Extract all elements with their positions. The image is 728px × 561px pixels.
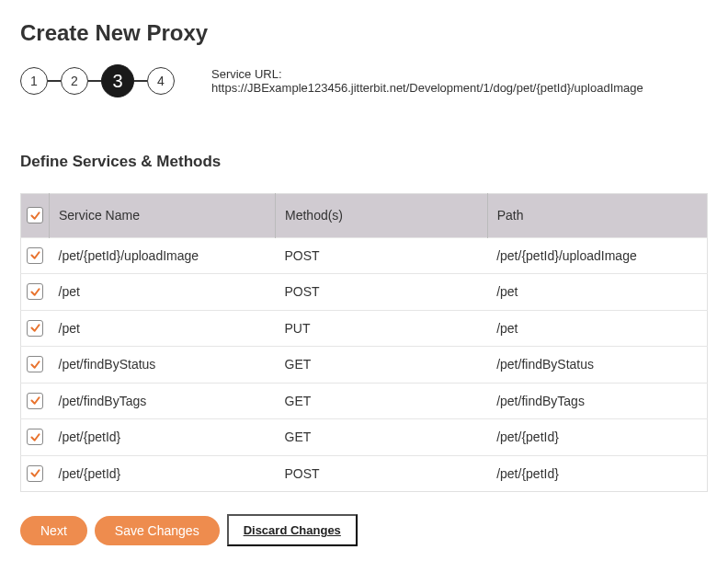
- cell-service-name: /pet: [50, 310, 276, 347]
- service-url: Service URL: https://JBExample123456.jit…: [211, 67, 708, 95]
- step-connector: [88, 80, 101, 82]
- cell-path: /pet: [487, 274, 707, 311]
- check-icon: [29, 322, 41, 334]
- row-checkbox[interactable]: [27, 320, 43, 337]
- header-method: Method(s): [276, 194, 488, 238]
- row-checkbox[interactable]: [27, 429, 43, 445]
- cell-service-name: /pet/findByStatus: [50, 347, 276, 384]
- discard-changes-button[interactable]: Discard Changes: [227, 514, 358, 546]
- row-checkbox[interactable]: [27, 283, 43, 300]
- table-row: /pet/{petId}POST/pet/{petId}: [21, 455, 708, 492]
- stepper: 1234: [20, 64, 175, 97]
- check-icon: [29, 395, 41, 406]
- row-checkbox[interactable]: [27, 393, 43, 409]
- cell-method: POST: [276, 455, 488, 492]
- step-connector: [134, 80, 147, 82]
- table-header-row: Service Name Method(s) Path: [21, 194, 708, 238]
- stepper-row: 1234 Service URL: https://JBExample12345…: [20, 64, 708, 97]
- row-checkbox-cell: [21, 347, 50, 384]
- cell-service-name: /pet/{petId}: [50, 419, 276, 456]
- cell-path: /pet/findByTags: [487, 383, 707, 419]
- table-row: /pet/{petId}GET/pet/{petId}: [21, 419, 708, 456]
- section-title: Define Services & Methods: [20, 153, 708, 171]
- cell-path: /pet/findByStatus: [487, 347, 707, 384]
- cell-method: PUT: [276, 310, 488, 347]
- table-row: /pet/findByTagsGET/pet/findByTags: [21, 383, 708, 419]
- check-icon: [29, 210, 41, 222]
- row-checkbox[interactable]: [27, 356, 43, 372]
- cell-method: GET: [276, 419, 488, 456]
- service-url-value: https://JBExample123456.jitterbit.net/De…: [211, 81, 643, 95]
- header-path: Path: [487, 194, 707, 238]
- save-changes-button[interactable]: Save Changes: [95, 516, 220, 545]
- row-checkbox[interactable]: [27, 465, 43, 482]
- row-checkbox-cell: [21, 455, 50, 492]
- cell-service-name: /pet: [50, 274, 276, 311]
- page-title: Create New Proxy: [20, 20, 708, 46]
- cell-service-name: /pet/findByTags: [50, 383, 276, 419]
- row-checkbox-cell: [21, 274, 50, 311]
- next-button[interactable]: Next: [20, 516, 87, 545]
- service-url-label: Service URL:: [211, 67, 282, 81]
- step-connector: [48, 80, 61, 82]
- cell-path: /pet/{petId}: [487, 455, 707, 492]
- step-2[interactable]: 2: [61, 67, 88, 95]
- services-table: Service Name Method(s) Path /pet/{petId}…: [20, 193, 708, 492]
- step-3[interactable]: 3: [101, 64, 134, 97]
- check-icon: [29, 249, 41, 261]
- cell-method: GET: [276, 383, 488, 419]
- table-row: /pet/findByStatusGET/pet/findByStatus: [21, 347, 708, 384]
- cell-method: GET: [276, 347, 488, 384]
- header-service-name: Service Name: [50, 194, 276, 238]
- check-icon: [29, 467, 41, 479]
- cell-path: /pet/{petId}/uploadImage: [487, 237, 707, 274]
- table-row: /petPUT/pet: [21, 310, 708, 347]
- step-4[interactable]: 4: [147, 67, 175, 95]
- cell-service-name: /pet/{petId}: [50, 455, 276, 492]
- cell-method: POST: [276, 274, 488, 311]
- row-checkbox-cell: [21, 310, 50, 347]
- row-checkbox-cell: [21, 237, 50, 274]
- cell-method: POST: [276, 237, 488, 274]
- cell-path: /pet: [487, 310, 707, 347]
- check-icon: [29, 359, 41, 371]
- check-icon: [29, 286, 41, 298]
- cell-service-name: /pet/{petId}/uploadImage: [50, 237, 276, 274]
- table-row: /pet/{petId}/uploadImagePOST/pet/{petId}…: [21, 237, 708, 274]
- row-checkbox-cell: [21, 383, 50, 419]
- select-all-checkbox[interactable]: [27, 207, 43, 223]
- check-icon: [29, 431, 41, 443]
- cell-path: /pet/{petId}: [487, 419, 707, 456]
- row-checkbox[interactable]: [27, 247, 43, 264]
- row-checkbox-cell: [21, 419, 50, 456]
- header-checkbox-col: [21, 194, 50, 238]
- table-row: /petPOST/pet: [21, 274, 708, 311]
- step-1[interactable]: 1: [20, 67, 48, 95]
- button-row: Next Save Changes Discard Changes: [20, 514, 708, 546]
